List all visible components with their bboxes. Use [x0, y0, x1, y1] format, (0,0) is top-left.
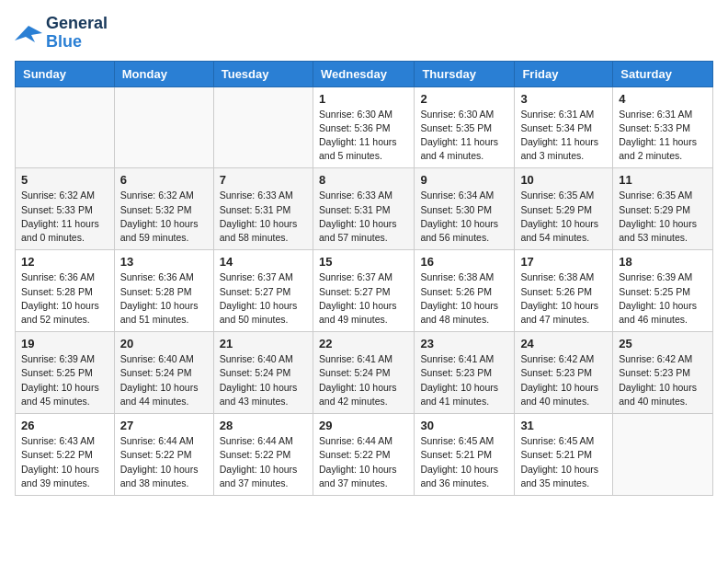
- day-info: Sunrise: 6:30 AMSunset: 5:36 PMDaylight:…: [319, 108, 408, 164]
- calendar-cell: 21Sunrise: 6:40 AMSunset: 5:24 PMDayligh…: [213, 332, 313, 414]
- calendar-cell: 23Sunrise: 6:41 AMSunset: 5:23 PMDayligh…: [415, 332, 515, 414]
- day-info: Sunrise: 6:45 AMSunset: 5:21 PMDaylight:…: [520, 434, 607, 490]
- day-info: Sunrise: 6:36 AMSunset: 5:28 PMDaylight:…: [21, 270, 108, 327]
- day-number: 20: [120, 337, 208, 350]
- logo: General Blue: [15, 15, 108, 52]
- day-info: Sunrise: 6:32 AMSunset: 5:33 PMDaylight:…: [21, 189, 108, 245]
- calendar-week-3: 12Sunrise: 6:36 AMSunset: 5:28 PMDayligh…: [16, 250, 713, 332]
- day-header-wednesday: Wednesday: [313, 61, 414, 86]
- day-number: 27: [120, 419, 208, 432]
- calendar-cell: 8Sunrise: 6:33 AMSunset: 5:31 PMDaylight…: [313, 168, 414, 250]
- calendar-cell: 30Sunrise: 6:45 AMSunset: 5:21 PMDayligh…: [415, 414, 515, 496]
- calendar-week-4: 19Sunrise: 6:39 AMSunset: 5:25 PMDayligh…: [16, 332, 713, 414]
- calendar-cell: 11Sunrise: 6:35 AMSunset: 5:29 PMDayligh…: [613, 168, 713, 250]
- day-info: Sunrise: 6:38 AMSunset: 5:26 PMDaylight:…: [420, 270, 508, 327]
- calendar-header-row: SundayMondayTuesdayWednesdayThursdayFrid…: [16, 61, 713, 86]
- day-info: Sunrise: 6:44 AMSunset: 5:22 PMDaylight:…: [220, 434, 307, 490]
- day-number: 31: [520, 419, 607, 432]
- day-info: Sunrise: 6:42 AMSunset: 5:23 PMDaylight:…: [619, 352, 707, 408]
- day-number: 28: [220, 419, 307, 432]
- day-number: 12: [21, 255, 108, 269]
- day-number: 8: [319, 173, 408, 187]
- calendar-cell: [213, 86, 313, 168]
- calendar-cell: 4Sunrise: 6:31 AMSunset: 5:33 PMDaylight…: [613, 86, 713, 168]
- day-info: Sunrise: 6:34 AMSunset: 5:30 PMDaylight:…: [420, 189, 508, 245]
- page-header: General Blue: [15, 15, 713, 52]
- calendar-cell: 22Sunrise: 6:41 AMSunset: 5:24 PMDayligh…: [313, 332, 414, 414]
- day-number: 5: [21, 173, 108, 187]
- calendar-cell: 18Sunrise: 6:39 AMSunset: 5:25 PMDayligh…: [613, 250, 713, 332]
- day-number: 25: [619, 337, 707, 350]
- day-info: Sunrise: 6:33 AMSunset: 5:31 PMDaylight:…: [220, 189, 307, 245]
- day-number: 18: [619, 255, 707, 269]
- day-info: Sunrise: 6:35 AMSunset: 5:29 PMDaylight:…: [520, 189, 607, 245]
- day-info: Sunrise: 6:39 AMSunset: 5:25 PMDaylight:…: [619, 270, 707, 327]
- day-number: 30: [420, 419, 508, 432]
- day-info: Sunrise: 6:40 AMSunset: 5:24 PMDaylight:…: [120, 352, 208, 408]
- day-number: 2: [420, 92, 508, 106]
- day-number: 4: [619, 92, 707, 106]
- calendar-cell: 25Sunrise: 6:42 AMSunset: 5:23 PMDayligh…: [613, 332, 713, 414]
- day-info: Sunrise: 6:35 AMSunset: 5:29 PMDaylight:…: [619, 189, 707, 245]
- day-number: 29: [319, 419, 408, 432]
- day-number: 16: [420, 255, 508, 269]
- day-info: Sunrise: 6:39 AMSunset: 5:25 PMDaylight:…: [21, 352, 108, 408]
- calendar-table: SundayMondayTuesdayWednesdayThursdayFrid…: [15, 61, 713, 496]
- calendar-cell: [16, 86, 115, 168]
- calendar-cell: [613, 414, 713, 496]
- day-number: 1: [319, 92, 408, 106]
- day-number: 24: [520, 337, 607, 350]
- calendar-cell: 7Sunrise: 6:33 AMSunset: 5:31 PMDaylight…: [213, 168, 313, 250]
- calendar-cell: 27Sunrise: 6:44 AMSunset: 5:22 PMDayligh…: [114, 414, 213, 496]
- day-number: 13: [120, 255, 208, 269]
- calendar-cell: 10Sunrise: 6:35 AMSunset: 5:29 PMDayligh…: [515, 168, 613, 250]
- day-info: Sunrise: 6:41 AMSunset: 5:23 PMDaylight:…: [420, 352, 508, 408]
- day-info: Sunrise: 6:44 AMSunset: 5:22 PMDaylight:…: [120, 434, 208, 490]
- calendar-cell: 31Sunrise: 6:45 AMSunset: 5:21 PMDayligh…: [515, 414, 613, 496]
- day-info: Sunrise: 6:38 AMSunset: 5:26 PMDaylight:…: [520, 270, 607, 327]
- calendar-cell: 5Sunrise: 6:32 AMSunset: 5:33 PMDaylight…: [16, 168, 115, 250]
- day-info: Sunrise: 6:41 AMSunset: 5:24 PMDaylight:…: [319, 352, 408, 408]
- calendar-cell: 19Sunrise: 6:39 AMSunset: 5:25 PMDayligh…: [16, 332, 115, 414]
- day-header-sunday: Sunday: [16, 61, 115, 86]
- day-number: 23: [420, 337, 508, 350]
- calendar-cell: 3Sunrise: 6:31 AMSunset: 5:34 PMDaylight…: [515, 86, 613, 168]
- day-info: Sunrise: 6:44 AMSunset: 5:22 PMDaylight:…: [319, 434, 408, 490]
- svg-marker-0: [15, 26, 42, 42]
- day-header-monday: Monday: [114, 61, 213, 86]
- day-info: Sunrise: 6:37 AMSunset: 5:27 PMDaylight:…: [220, 270, 307, 327]
- day-number: 17: [520, 255, 607, 269]
- calendar-week-2: 5Sunrise: 6:32 AMSunset: 5:33 PMDaylight…: [16, 168, 713, 250]
- day-number: 9: [420, 173, 508, 187]
- calendar-week-5: 26Sunrise: 6:43 AMSunset: 5:22 PMDayligh…: [16, 414, 713, 496]
- day-info: Sunrise: 6:42 AMSunset: 5:23 PMDaylight:…: [520, 352, 607, 408]
- calendar-week-1: 1Sunrise: 6:30 AMSunset: 5:36 PMDaylight…: [16, 86, 713, 168]
- calendar-cell: 26Sunrise: 6:43 AMSunset: 5:22 PMDayligh…: [16, 414, 115, 496]
- day-header-thursday: Thursday: [415, 61, 515, 86]
- calendar-cell: 15Sunrise: 6:37 AMSunset: 5:27 PMDayligh…: [313, 250, 414, 332]
- day-number: 15: [319, 255, 408, 269]
- day-info: Sunrise: 6:37 AMSunset: 5:27 PMDaylight:…: [319, 270, 408, 327]
- calendar-cell: 13Sunrise: 6:36 AMSunset: 5:28 PMDayligh…: [114, 250, 213, 332]
- day-info: Sunrise: 6:40 AMSunset: 5:24 PMDaylight:…: [220, 352, 307, 408]
- calendar-cell: 29Sunrise: 6:44 AMSunset: 5:22 PMDayligh…: [313, 414, 414, 496]
- calendar-cell: 6Sunrise: 6:32 AMSunset: 5:32 PMDaylight…: [114, 168, 213, 250]
- day-info: Sunrise: 6:43 AMSunset: 5:22 PMDaylight:…: [21, 434, 108, 490]
- day-number: 19: [21, 337, 108, 350]
- calendar-cell: 16Sunrise: 6:38 AMSunset: 5:26 PMDayligh…: [415, 250, 515, 332]
- calendar-cell: 28Sunrise: 6:44 AMSunset: 5:22 PMDayligh…: [213, 414, 313, 496]
- day-header-friday: Friday: [515, 61, 613, 86]
- day-number: 21: [220, 337, 307, 350]
- day-header-tuesday: Tuesday: [213, 61, 313, 86]
- day-number: 10: [520, 173, 607, 187]
- day-number: 14: [220, 255, 307, 269]
- day-number: 11: [619, 173, 707, 187]
- calendar-cell: 1Sunrise: 6:30 AMSunset: 5:36 PMDaylight…: [313, 86, 414, 168]
- day-info: Sunrise: 6:31 AMSunset: 5:34 PMDaylight:…: [520, 108, 607, 164]
- logo-icon: [15, 22, 42, 44]
- day-info: Sunrise: 6:30 AMSunset: 5:35 PMDaylight:…: [420, 108, 508, 164]
- day-number: 6: [120, 173, 208, 187]
- day-number: 22: [319, 337, 408, 350]
- day-number: 7: [220, 173, 307, 187]
- day-info: Sunrise: 6:45 AMSunset: 5:21 PMDaylight:…: [420, 434, 508, 490]
